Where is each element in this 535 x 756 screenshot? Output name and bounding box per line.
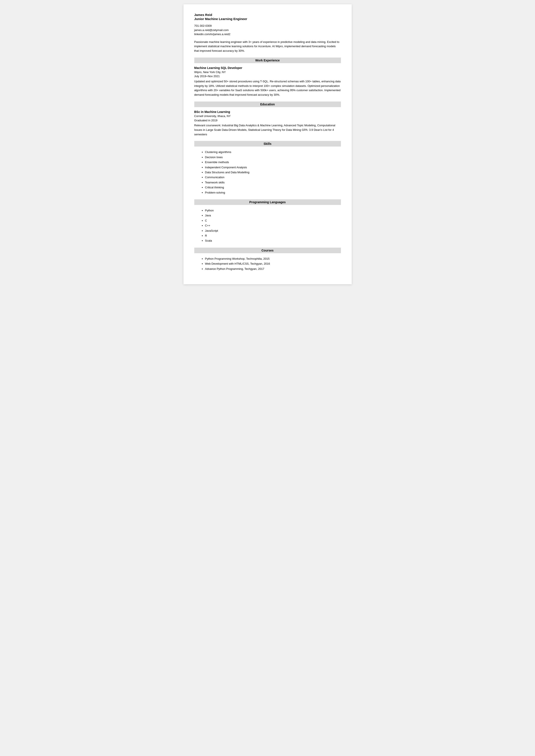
skill-item: Ensemble methods (205, 160, 341, 165)
skills-list: Clustering algorithmsDecision treesEnsem… (194, 149, 341, 195)
skill-item: Teamwork skills (205, 180, 341, 185)
skills-header: Skills (194, 141, 341, 147)
language-item: R (205, 233, 341, 238)
skill-item: Problem-solving (205, 190, 341, 195)
edu-school: Cornell University, Ithaca, NY (194, 114, 341, 118)
header-section: James Reid Junior Machine Learning Engin… (194, 13, 341, 21)
job-entry: Machine Learning SQL Developer Wipro, Ne… (194, 66, 341, 97)
work-experience-section: Work Experience Machine Learning SQL Dev… (194, 58, 341, 97)
courses-header: Courses (194, 248, 341, 253)
work-experience-header: Work Experience (194, 58, 341, 63)
candidate-title: Junior Machine Learning Engineer (194, 17, 341, 21)
courses-list: Python Programming Workshop, Technophili… (194, 256, 341, 271)
job-dates: July 2019–Nov 2021 (194, 74, 341, 78)
edu-degree: BSc in Machine Learning (194, 110, 341, 114)
contact-phone: 701-302-0309 (194, 24, 341, 28)
skill-item: Clustering algorithms (205, 149, 341, 154)
skill-item: Decision trees (205, 155, 341, 160)
programming-languages-header: Programming Languages (194, 199, 341, 205)
job-title: Machine Learning SQL Developer (194, 66, 341, 69)
edu-graduation: Graduated in 2019 (194, 118, 341, 122)
course-item: Python Programming Workshop, Technophili… (205, 256, 341, 261)
job-company: Wipro, New York City, NY (194, 70, 341, 74)
contact-email: james.a.reid@zetymail.com (194, 28, 341, 32)
skill-item: Independent Component Analysis (205, 165, 341, 170)
language-item: C (205, 218, 341, 223)
skills-section: Skills Clustering algorithmsDecision tre… (194, 141, 341, 195)
language-item: C++ (205, 223, 341, 228)
edu-coursework: Relevant coursework: Industrial Big Data… (194, 123, 341, 137)
courses-section: Courses Python Programming Workshop, Tec… (194, 248, 341, 271)
language-item: Scala (205, 238, 341, 243)
language-item: Python (205, 208, 341, 213)
contact-section: 701-302-0309 james.a.reid@zetymail.com l… (194, 24, 341, 37)
education-entry: BSc in Machine Learning Cornell Universi… (194, 110, 341, 137)
resume-page: James Reid Junior Machine Learning Engin… (183, 4, 352, 284)
job-description: Updated and optimized 50+ stored procedu… (194, 79, 341, 97)
contact-linkedin: linkedin.com/in/james.a.reid2 (194, 32, 341, 37)
skill-item: Critical thinking (205, 185, 341, 190)
education-header: Education (194, 101, 341, 107)
candidate-name: James Reid (194, 13, 341, 16)
programming-languages-list: PythonJavaCC++JavaScriptRScala (194, 208, 341, 243)
skill-item: Communication (205, 175, 341, 180)
programming-languages-section: Programming Languages PythonJavaCC++Java… (194, 199, 341, 243)
course-item: Web Development with HTML/CSS, Techgyan,… (205, 261, 341, 266)
language-item: Java (205, 213, 341, 218)
summary-text: Passionate machine learning engineer wit… (194, 40, 341, 53)
skill-item: Data Structures and Data Modelling (205, 170, 341, 175)
education-section: Education BSc in Machine Learning Cornel… (194, 101, 341, 137)
language-item: JavaScript (205, 228, 341, 233)
course-item: Advance Python Programming, Techgyan, 20… (205, 266, 341, 271)
